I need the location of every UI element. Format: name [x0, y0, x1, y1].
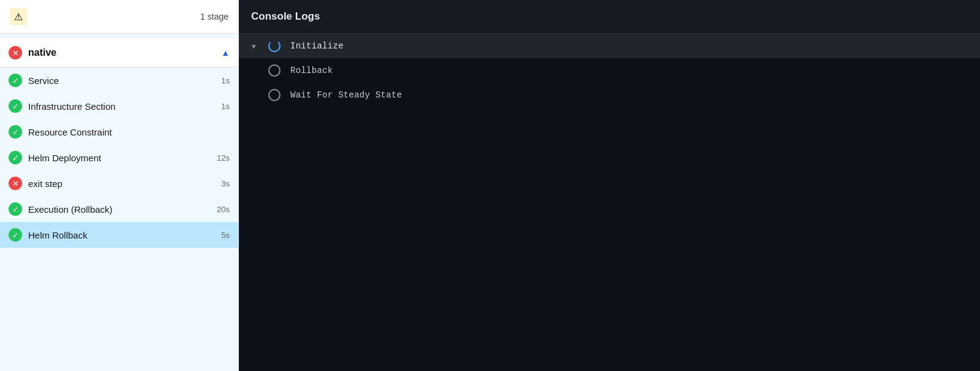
step-name: Execution (Rollback) [28, 204, 206, 215]
list-item[interactable]: ✓ Service 1s [0, 67, 238, 93]
list-item[interactable]: ✓ Infrastructure Section 1s [0, 93, 238, 119]
log-row-steady-state[interactable]: Wait For Steady State [239, 83, 980, 107]
pending-icon [268, 89, 281, 101]
spinner-icon [268, 40, 281, 52]
step-duration: 1s [213, 76, 230, 85]
right-panel: Console Logs ▾ Initialize Rollback Wait … [239, 0, 980, 371]
step-name: Helm Rollback [28, 230, 206, 240]
header-left: ⚠ [10, 8, 27, 25]
list-item[interactable]: ✓ Execution (Rollback) 20s [0, 196, 238, 222]
native-pipeline-item[interactable]: ✕ native ▲ [0, 39, 238, 67]
step-name: Infrastructure Section [28, 101, 206, 112]
console-header: Console Logs [239, 0, 980, 34]
status-success-icon: ✓ [9, 202, 22, 216]
step-name: exit step [28, 178, 206, 189]
step-duration: 1s [213, 102, 230, 111]
stage-label: 1 stage [200, 12, 228, 21]
native-status-error-icon: ✕ [9, 46, 22, 59]
list-item[interactable]: ✓ Helm Rollback 5s [0, 222, 238, 248]
list-item[interactable]: ✓ Helm Deployment 12s [0, 145, 238, 170]
chevron-up-icon: ▲ [221, 48, 230, 58]
step-duration: 12s [213, 153, 230, 163]
step-list: ✕ native ▲ ✓ Service 1s ✓ Infrastructure… [0, 34, 238, 371]
step-duration: 20s [213, 205, 230, 214]
list-item[interactable]: ✓ Resource Constraint [0, 119, 238, 145]
step-duration: 5s [213, 231, 230, 240]
step-name: Helm Deployment [28, 153, 206, 163]
step-name: Service [28, 75, 206, 86]
status-error-icon: ✕ [9, 177, 22, 190]
status-success-icon: ✓ [9, 125, 22, 139]
status-success-icon: ✓ [9, 74, 22, 87]
left-panel: ⚠ 1 stage ✕ native ▲ ✓ Service 1s ✓ Infr… [0, 0, 239, 371]
chevron-down-icon: ▾ [249, 42, 258, 51]
console-body: ▾ Initialize Rollback Wait For Steady St… [239, 34, 980, 371]
pending-icon [268, 64, 281, 77]
log-name: Rollback [290, 66, 333, 75]
step-name: Resource Constraint [28, 127, 206, 137]
log-row-rollback[interactable]: Rollback [239, 58, 980, 83]
status-success-icon: ✓ [9, 151, 22, 164]
console-title: Console Logs [251, 10, 320, 23]
log-name: Initialize [290, 41, 344, 51]
status-success-icon: ✓ [9, 228, 22, 242]
step-duration: 3s [213, 179, 230, 188]
log-row-initialize[interactable]: ▾ Initialize [239, 34, 980, 58]
native-label: native [28, 47, 215, 58]
log-name: Wait For Steady State [290, 90, 402, 100]
status-success-icon: ✓ [9, 99, 22, 113]
warning-icon: ⚠ [10, 8, 27, 25]
list-item[interactable]: ✕ exit step 3s [0, 170, 238, 196]
pipeline-header: ⚠ 1 stage [0, 0, 238, 34]
